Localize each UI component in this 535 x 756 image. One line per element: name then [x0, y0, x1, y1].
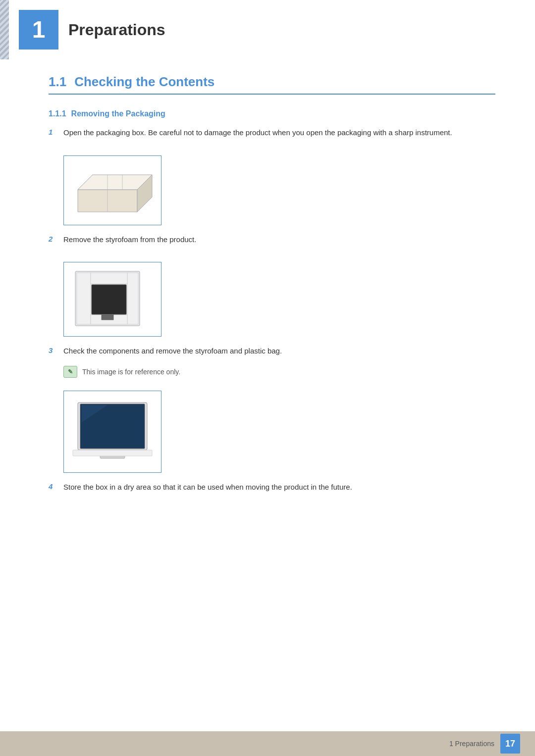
step-4-number: 4 [49, 482, 59, 491]
chapter-number: 1 [32, 18, 46, 42]
step-1: 1 Open the packaging box. Be careful not… [49, 127, 495, 139]
footer-page-number: 17 [500, 734, 520, 754]
left-stripe-decoration [0, 0, 9, 59]
footer: 1 Preparations 17 [0, 731, 535, 756]
svg-rect-11 [92, 285, 126, 314]
footer-breadcrumb: 1 Preparations [449, 740, 494, 748]
note-icon-symbol: ✎ [68, 368, 73, 375]
main-content: 1.1 Checking the Contents 1.1.1 Removing… [9, 64, 535, 726]
note-icon: ✎ [63, 366, 77, 378]
step-2-text: Remove the styrofoam from the product. [63, 234, 495, 246]
svg-rect-8 [127, 273, 138, 324]
styrofoam-illustration [68, 266, 157, 331]
section-heading: 1.1 Checking the Contents [49, 74, 495, 95]
chapter-title: Preparations [68, 21, 165, 39]
step-1-number: 1 [49, 128, 59, 136]
step-4: 4 Store the box in a dry area so that it… [49, 482, 495, 493]
chapter-number-block: 1 [19, 10, 58, 50]
step-3: 3 Check the components and remove the st… [49, 346, 495, 357]
box-illustration [68, 160, 157, 219]
step-3-text: Check the components and remove the styr… [63, 346, 495, 357]
svg-rect-12 [102, 315, 113, 320]
svg-rect-9 [91, 273, 127, 284]
step-1-text: Open the packaging box. Be careful not t… [63, 127, 495, 139]
chapter-header: 1 Preparations [9, 0, 535, 59]
subsection-heading: 1.1.1 Removing the Packaging [49, 109, 495, 118]
step-2: 2 Remove the styrofoam from the product. [49, 234, 495, 246]
svg-rect-18 [73, 450, 152, 456]
note-block: ✎ This image is for reference only. [63, 366, 495, 378]
section-number: 1.1 [49, 74, 66, 90]
step-2-image-container [63, 262, 161, 337]
section-title: Checking the Contents [74, 74, 214, 90]
svg-rect-7 [77, 273, 91, 324]
note-text: This image is for reference only. [82, 368, 180, 376]
step-4-text: Store the box in a dry area so that it c… [63, 482, 495, 493]
subsection-title: Removing the Packaging [71, 109, 165, 118]
subsection-number: 1.1.1 [49, 109, 66, 118]
step-2-number: 2 [49, 235, 59, 243]
monitor-illustration [68, 395, 157, 467]
step-3-image-container [63, 391, 161, 473]
step-1-image-container [63, 155, 161, 225]
step-3-number: 3 [49, 346, 59, 354]
